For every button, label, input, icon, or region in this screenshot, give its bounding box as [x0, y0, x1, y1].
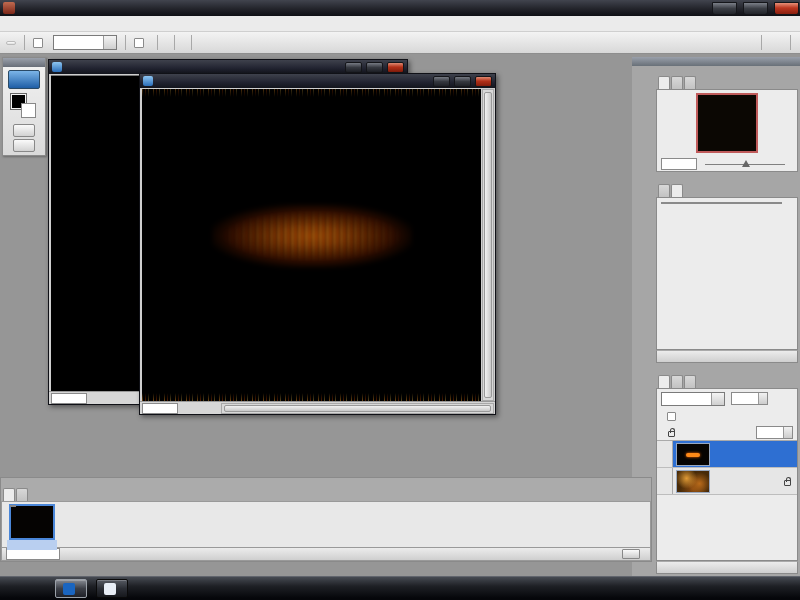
animation-panel [0, 477, 652, 562]
opacity-field[interactable] [731, 392, 768, 405]
taskbar [0, 576, 800, 600]
current-tool-well[interactable] [6, 41, 16, 45]
fill-field[interactable] [756, 426, 793, 439]
visibility-eye-icon[interactable] [657, 441, 673, 467]
show-transform-checkbox[interactable] [134, 38, 144, 48]
fire-streaks [222, 210, 402, 262]
doc1-zoom-field[interactable] [51, 393, 87, 404]
taskbar-button-photoshop[interactable] [55, 579, 87, 598]
app-minimize-button[interactable] [712, 2, 737, 15]
tab-navigator[interactable] [658, 76, 670, 89]
doc1-titlebar[interactable] [49, 60, 407, 74]
frame-number-badge [10, 505, 16, 507]
tab-animation-frames[interactable] [3, 488, 15, 501]
doc1-close-button[interactable] [387, 62, 404, 73]
background-color-swatch[interactable] [21, 103, 36, 118]
app-close-button[interactable] [774, 2, 799, 15]
menubar [0, 16, 800, 32]
toolbox [2, 57, 46, 156]
blend-mode-dropdown[interactable] [661, 392, 725, 406]
desktop: { "titlebar": {"icon_text": "Ps", "title… [0, 0, 800, 600]
frame-1-thumbnail[interactable] [9, 504, 55, 540]
photoshop-task-icon [63, 583, 75, 595]
tab-histogram[interactable] [671, 76, 683, 89]
doc2-vertical-scrollbar[interactable] [482, 89, 494, 401]
frame-delay-selector[interactable] [7, 540, 57, 550]
animation-frames-area [1, 501, 651, 547]
ps-logo [8, 70, 40, 89]
layer-row-background[interactable] [657, 468, 797, 495]
layer-1-thumbnail[interactable] [676, 443, 710, 466]
screen-mode-button[interactable] [13, 139, 35, 152]
quick-mask-button[interactable] [13, 124, 35, 137]
tab-layers[interactable] [658, 375, 670, 388]
styles-bottom-bar [656, 350, 798, 363]
doc1-icon [52, 62, 62, 72]
background-thumbnail[interactable] [676, 470, 710, 493]
paintnet-task-icon [104, 583, 116, 595]
tab-measurement-log[interactable] [16, 488, 28, 501]
doc2-minimize-button[interactable] [433, 76, 450, 87]
styles-swatch-grid [661, 202, 782, 204]
tab-history[interactable] [671, 375, 683, 388]
styles-panel [656, 174, 798, 363]
doc1-minimize-button[interactable] [345, 62, 362, 73]
convert-to-timeline-button[interactable] [622, 549, 640, 559]
navigator-zoom-slider[interactable] [705, 159, 785, 169]
styles-body [656, 197, 798, 350]
color-wells [11, 94, 45, 122]
doc2-horizontal-scrollbar[interactable] [221, 403, 494, 414]
fire-edge-top [142, 89, 481, 97]
value-arrow-icon[interactable] [783, 427, 792, 438]
taskbar-button-paintnet[interactable] [96, 579, 128, 598]
layers-panel [656, 365, 798, 574]
visibility-eye-icon[interactable] [657, 468, 673, 494]
tab-channels[interactable] [684, 375, 696, 388]
doc2-titlebar[interactable] [140, 74, 495, 88]
layers-tabs [656, 373, 798, 388]
tab-info[interactable] [684, 76, 696, 89]
layer-row-layer-1[interactable] [657, 441, 797, 468]
doc2-canvas[interactable] [142, 89, 481, 401]
doc2-restore-button[interactable] [454, 76, 471, 87]
doc2-status-bar [140, 401, 495, 414]
auto-select-group-dropdown[interactable] [53, 35, 117, 50]
styles-scrollbar[interactable] [787, 200, 796, 347]
dropdown-arrow-icon [711, 393, 724, 405]
hscroll-thumb[interactable] [224, 405, 491, 412]
doc2-close-button[interactable] [475, 76, 492, 87]
navigator-panel [656, 66, 798, 172]
toolbox-collapse-button[interactable] [3, 58, 45, 67]
styles-panel-head [656, 174, 798, 182]
lock-all-icon[interactable] [668, 431, 675, 437]
auto-select-checkbox[interactable] [33, 38, 43, 48]
doc2-zoom-field[interactable] [142, 403, 178, 414]
dock-header [632, 57, 800, 66]
app-titlebar [0, 0, 800, 16]
doc1-restore-button[interactable] [366, 62, 383, 73]
options-bar [0, 32, 800, 54]
navigator-tabs [656, 74, 798, 89]
value-arrow-icon[interactable] [758, 393, 767, 404]
tab-styles[interactable] [671, 184, 683, 197]
navigator-zoom-field[interactable] [661, 158, 697, 170]
animation-frame-1[interactable] [6, 504, 58, 550]
app-restore-button[interactable] [743, 2, 768, 15]
animation-controls-bar [1, 547, 651, 561]
layers-body [656, 388, 798, 561]
tab-color[interactable] [658, 184, 670, 197]
propagate-checkbox[interactable] [667, 412, 676, 421]
animation-tabs [1, 486, 651, 501]
fire-edge-bottom [142, 393, 481, 401]
layers-list [657, 440, 797, 495]
navigator-panel-head [656, 66, 798, 74]
document-window-untitled-2 [139, 73, 496, 415]
layers-bottom-bar [656, 561, 798, 574]
styles-tabs [656, 182, 798, 197]
layers-scrollbar[interactable] [787, 469, 796, 558]
dropdown-arrow-icon [103, 36, 116, 49]
navigator-proxy-preview[interactable] [696, 93, 758, 153]
navigator-body [656, 89, 798, 172]
doc2-icon [143, 76, 153, 86]
vscroll-thumb[interactable] [484, 92, 492, 398]
